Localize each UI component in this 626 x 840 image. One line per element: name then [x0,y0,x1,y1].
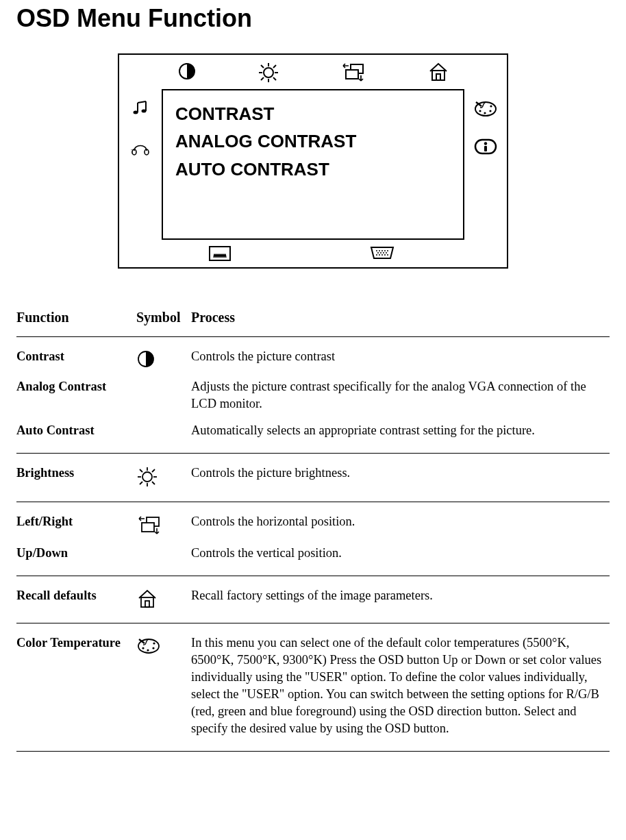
fn-name: Color Temperature [16,634,136,737]
fn-symbol [136,422,191,439]
fn-process: Controls the picture contrast [191,348,610,369]
fn-name: Analog Contrast [16,378,136,412]
svg-rect-26 [484,146,487,151]
svg-rect-12 [432,71,445,80]
audio-icon [131,99,150,118]
palette-icon [136,636,161,655]
fn-name: Contrast [16,348,136,369]
home-icon [136,589,158,609]
fn-name: Brightness [16,465,136,488]
fn-symbol [136,378,191,412]
svg-line-48 [140,469,142,472]
info-icon [474,138,497,155]
svg-rect-27 [210,247,230,260]
svg-point-14 [134,111,138,114]
svg-rect-53 [142,523,154,532]
svg-point-39 [381,254,383,256]
page-title: OSD Menu Function [16,4,610,33]
svg-rect-11 [346,70,358,79]
contrast-icon [136,349,155,369]
table-row: Analog Contrast Adjusts the picture cont… [16,378,610,412]
svg-point-30 [381,250,383,251]
svg-line-50 [152,469,155,472]
fn-name: Left/Right [16,513,136,535]
table-row: Auto Contrast Automatically selects an a… [16,422,610,439]
svg-line-49 [152,482,155,484]
fn-process: Recall factory settings of the image par… [191,587,610,609]
position-icon [340,62,366,84]
svg-point-37 [376,254,377,256]
fn-process: Controls the picture brightness. [191,465,610,488]
home-icon [427,62,449,84]
osd-panel: ? CONTRAST ANALOG CONTRAST AUTO CONTRAST [118,53,508,269]
svg-point-33 [377,252,379,254]
table-section: Brightness Controls the picture brightne… [16,454,610,502]
table-row: Contrast Controls the picture contrast [16,348,610,369]
brightness-icon [258,62,279,84]
svg-point-20 [479,110,481,112]
table-row: Recall defaults Recall factory settings … [16,587,610,609]
position-icon [136,515,162,535]
svg-point-28 [376,250,377,251]
palette-icon [473,99,498,118]
table-header-row: Function Symbol Process [16,310,610,336]
fn-symbol [136,513,191,535]
svg-line-9 [261,77,264,80]
fn-symbol [136,634,191,737]
fn-process: Controls the vertical position. [191,545,610,562]
svg-line-7 [273,77,276,80]
fn-process: Controls the horizontal position. [191,513,610,535]
svg-point-58 [147,649,149,651]
svg-point-31 [384,250,386,251]
fn-process: Automatically selects an appropriate con… [191,422,610,439]
svg-point-29 [379,250,380,251]
col-header-function: Function [16,310,136,325]
fn-name: Auto Contrast [16,422,136,439]
osd-menu-line: AUTO CONTRAST [175,156,451,183]
svg-line-6 [261,65,264,68]
table-row: Up/Down Controls the vertical position. [16,545,610,562]
table-row: Color Temperature In this menu you can s… [16,634,610,737]
svg-point-35 [383,252,384,254]
fn-process: Adjusts the picture contrast specificall… [191,378,610,412]
fn-name: Up/Down [16,545,136,562]
fn-symbol [136,545,191,562]
svg-rect-54 [141,597,153,607]
svg-point-25 [484,142,487,145]
svg-rect-13 [436,74,440,80]
degauss-icon [208,245,231,262]
table-section: Recall defaults Recall factory settings … [16,576,610,623]
table-section: Color Temperature In this menu you can s… [16,623,610,751]
svg-point-21 [484,112,486,114]
svg-point-40 [384,254,386,256]
svg-point-43 [142,472,152,482]
col-header-symbol: Symbol [136,310,191,325]
svg-point-41 [387,254,388,256]
contrast-icon [177,62,197,84]
fn-symbol [136,348,191,369]
table-row: Brightness Controls the picture brightne… [16,465,610,488]
svg-point-38 [379,254,380,256]
svg-line-51 [140,482,142,484]
svg-point-1 [264,68,273,77]
svg-point-59 [152,647,154,649]
svg-point-57 [142,647,144,649]
osd-inner-box: CONTRAST ANALOG CONTRAST AUTO CONTRAST [162,89,464,240]
vga-connector-icon [368,245,396,262]
headphones-icon: ? [130,138,151,158]
osd-menu-line: ANALOG CONTRAST [175,127,451,155]
function-table: Function Symbol Process Contrast Control… [16,310,610,752]
table-row: Left/Right Controls the horizontal posit… [16,513,610,535]
svg-point-34 [380,252,381,254]
table-section: Contrast Controls the picture contrast A… [16,337,610,453]
svg-text:?: ? [131,149,134,155]
svg-line-8 [273,65,276,68]
separator [16,751,610,752]
col-header-process: Process [191,310,610,325]
svg-point-22 [489,110,491,112]
fn-name: Recall defaults [16,587,136,609]
fn-symbol [136,465,191,488]
svg-point-36 [386,252,387,254]
svg-point-23 [490,105,492,107]
svg-point-60 [153,642,155,644]
